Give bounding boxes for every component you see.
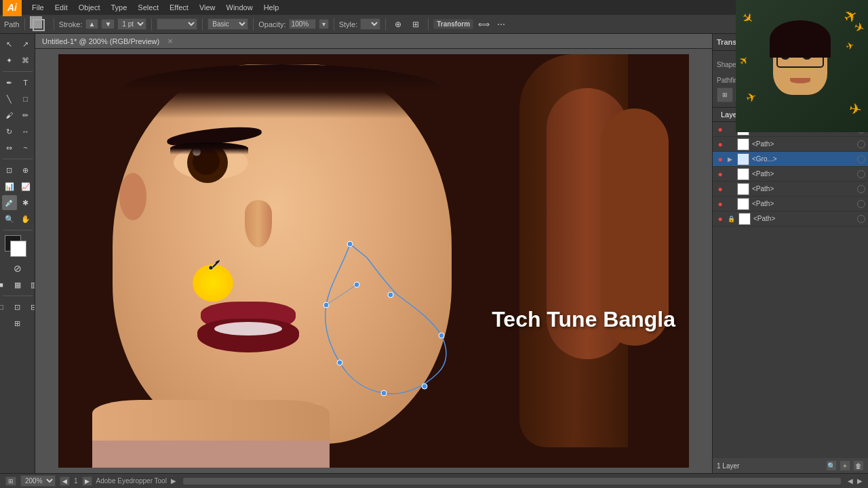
zoom-select[interactable]: 200% [20,475,56,487]
doc-tab-close-btn[interactable]: × [167,36,173,46]
layer-visibility-1[interactable]: ● [715,140,725,149]
layer-visibility-5[interactable]: ● [715,199,725,209]
rotate-tool[interactable]: ↻ [2,124,17,139]
direct-selection-tool[interactable]: ↗ [18,37,33,52]
menu-object[interactable]: Object [74,2,105,13]
menu-file[interactable]: File [27,2,49,13]
line-tool[interactable]: ╲ [2,92,17,106]
menu-type[interactable]: Type [106,2,132,13]
layer-row-5[interactable]: ● <Path> [713,197,868,211]
menu-help[interactable]: Help [259,2,284,13]
tool-row-3: ✒ T [2,75,33,90]
layer-target-2[interactable] [857,155,865,163]
stroke-label: Stroke: [59,20,83,28]
grid-icon-btn[interactable]: ⊞ [408,18,423,31]
pencil-tool[interactable]: ✏ [18,108,33,123]
menu-edit[interactable]: Edit [50,2,73,13]
layer-target-5[interactable] [857,200,865,208]
free-transform-tool[interactable]: ⊡ [2,163,17,178]
magic-wand-tool[interactable]: ✦ [2,53,17,68]
background-swatch[interactable] [10,241,26,257]
width-tool[interactable]: ⇔ [2,140,17,155]
menu-window[interactable]: Window [222,2,258,13]
align-icon-btn[interactable]: ⟺ [476,18,491,31]
draw-behind-btn[interactable]: ⊟ [26,300,36,314]
toolbox: ↖ ↗ ✦ ⌘ ✒ T ╲ □ 🖌 ✏ ↻ ↔ ⇔ ~ ⊡ [0,34,35,473]
divider-5 [253,18,254,30]
normal-fill-btn[interactable]: ■ [0,277,9,292]
opacity-input[interactable] [289,19,316,29]
prev-page-btn[interactable]: ◀ [60,476,70,486]
draw-mode-row: □ ⊡ ⊟ [0,300,35,314]
svg-point-10 [209,266,213,270]
layer-visibility-2[interactable]: ● [715,155,725,164]
layer-row-2[interactable]: ● ▶ <Gro...> [713,152,868,167]
layer-visibility-0[interactable]: ● [715,125,725,134]
pathfinder-btn-1[interactable]: ⊞ [717,87,733,102]
fill-stroke-widget[interactable] [30,16,49,33]
layer-name-6: <Path> [753,215,854,222]
layer-row-1[interactable]: ● <Path> [713,137,868,152]
menu-select[interactable]: Select [133,2,163,13]
measure-tool[interactable]: ✱ [18,195,33,210]
rect-tool[interactable]: □ [18,92,33,106]
stroke-color-box[interactable] [33,19,45,31]
draw-normal-btn[interactable]: □ [0,300,9,314]
pattern-fill-btn[interactable]: ▥ [26,277,36,292]
layer-target-4[interactable] [857,185,865,193]
paintbrush-tool[interactable]: 🖌 [2,108,17,123]
layer-visibility-6[interactable]: ● [715,214,725,224]
color-swatch-widget[interactable] [5,235,31,258]
stroke-up-btn[interactable]: ▲ [85,19,99,29]
h-scroll-bar[interactable] [183,478,841,485]
draw-inside-btn[interactable]: ⊡ [10,300,25,314]
eyedropper-tool[interactable]: 💉 [2,195,17,210]
menu-effect[interactable]: Effect [165,2,193,13]
gradient-fill-btn[interactable]: ▦ [10,277,25,292]
transform-btn[interactable]: Transform [433,19,473,29]
shape-builder-tool[interactable]: ⊕ [18,163,33,178]
layer-row-3[interactable]: ● <Path> [713,167,868,182]
layer-target-6[interactable] [857,215,865,223]
layer-target-1[interactable] [857,140,865,148]
scroll-right-btn[interactable]: ▶ [857,477,863,485]
basic-select[interactable]: Basic [208,18,248,30]
warp-tool[interactable]: ~ [18,140,33,155]
chart-col-tool[interactable]: 📈 [18,179,33,194]
artboard[interactable]: Tech Tune Bangla [58,54,689,468]
layers-panel: Layers Artboards ◀ ☰ ● <Path> ● [713,108,868,473]
pen-tool[interactable]: ✒ [2,75,17,90]
layer-row-4[interactable]: ● <Path> [713,182,868,197]
chart-bar-tool[interactable]: 📊 [2,179,17,194]
layer-row-6[interactable]: ● 🔒 <Path> [713,211,868,226]
stroke-style-select[interactable] [157,18,197,30]
screen-mode-btn[interactable]: ⊞ [10,316,25,331]
delete-layer-btn[interactable]: 🗑 [853,460,864,471]
menu-view[interactable]: View [195,2,220,13]
more-icon-btn[interactable]: ⋯ [494,18,509,31]
avatar-mouth [790,78,810,83]
stroke-down-btn[interactable]: ▼ [101,19,115,29]
scroll-left-btn[interactable]: ◀ [848,477,853,485]
style-select[interactable] [360,18,380,30]
sep-4 [3,296,33,296]
layer-target-3[interactable] [857,170,865,178]
view-mode-btn[interactable]: ⊞ [5,476,16,486]
none-fill-btn[interactable]: ⊘ [10,261,25,276]
envelope-icon-btn[interactable]: ⊕ [391,18,406,31]
layer-visibility-4[interactable]: ● [715,184,725,194]
layer-visibility-3[interactable]: ● [715,169,725,179]
next-page-btn[interactable]: ▶ [82,476,92,486]
hand-tool[interactable]: ✋ [18,211,33,226]
zoom-tool[interactable]: 🔍 [2,211,17,226]
type-tool[interactable]: T [18,75,33,90]
new-layer-btn[interactable]: + [840,460,850,471]
opacity-dropdown-btn[interactable]: ▾ [319,19,329,29]
lasso-tool[interactable]: ⌘ [18,53,33,68]
selection-tool[interactable]: ↖ [2,37,17,52]
search-layers-btn[interactable]: 🔍 [826,460,837,471]
layer-expand-2[interactable]: ▶ [728,156,734,163]
status-arrow-btn[interactable]: ▶ [171,477,176,485]
stroke-value-select[interactable]: 1 pt [117,18,146,30]
reflect-tool[interactable]: ↔ [18,124,33,139]
